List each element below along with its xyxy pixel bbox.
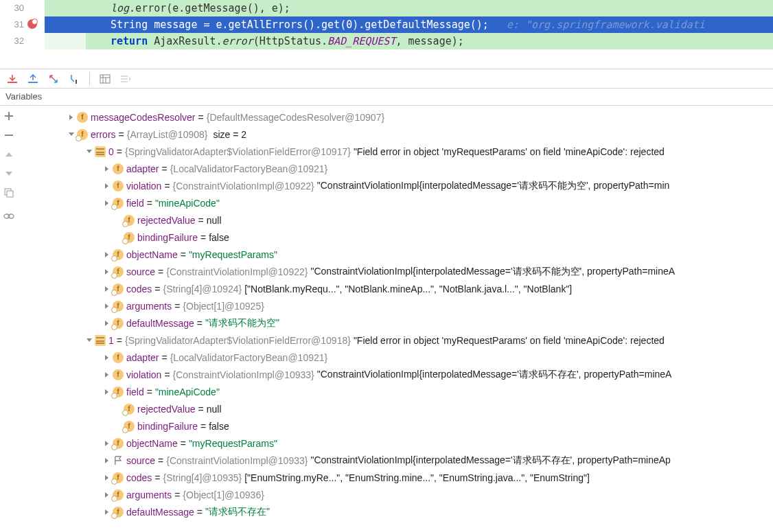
var-name: rejectedValue (137, 404, 196, 415)
toolbar-separator (89, 72, 90, 86)
code-line-32: 32 return AjaxResult.error(HttpStatus.BA… (0, 33, 773, 49)
var-name: adapter (126, 163, 159, 174)
expand-icon[interactable] (102, 455, 113, 466)
code-token: (HttpStatus. (253, 35, 327, 47)
tree-node[interactable]: farguments={Object[1]@10925} (18, 297, 773, 314)
step-out-icon[interactable] (26, 72, 40, 86)
tree-node[interactable]: fsource={ConstraintViolationImpl@10922}"… (18, 263, 773, 280)
code-token: , message); (395, 35, 463, 47)
step-into-icon[interactable] (5, 72, 19, 86)
var-extra: "ConstraintViolationImpl{interpolatedMes… (310, 454, 670, 467)
tree-node[interactable]: f errors={ArrayList@10908}size = 2 (18, 126, 773, 143)
svg-point-10 (8, 214, 14, 218)
editor-blank (0, 49, 773, 69)
tree-node[interactable]: 1={SpringValidatorAdapter$ViolationField… (18, 332, 773, 349)
var-name: field (126, 198, 144, 209)
var-value: null (207, 215, 222, 226)
collapse-icon[interactable] (84, 146, 95, 157)
svg-rect-1 (28, 82, 38, 83)
var-value: "mineApiCode" (155, 386, 220, 397)
copy-icon[interactable] (3, 187, 15, 199)
var-value: {DefaultMessageCodesResolver@10907} (207, 112, 384, 123)
var-value: "mineApiCode" (155, 198, 220, 209)
field-icon: f (113, 369, 124, 380)
svg-rect-0 (8, 82, 17, 83)
expand-icon[interactable] (66, 112, 77, 123)
tree-node[interactable]: frejectedValue=null (18, 400, 773, 417)
var-name: violation (126, 181, 161, 192)
field-icon: f (113, 438, 124, 449)
variables-tree[interactable]: f messageCodesResolver={DefaultMessageCo… (18, 106, 773, 531)
expand-icon[interactable] (102, 181, 113, 192)
var-name: arguments (126, 301, 172, 312)
tree-node[interactable]: fviolation={ConstraintViolationImpl@1093… (18, 366, 773, 383)
tree-node[interactable]: fadapter={LocalValidatorFactoryBean@1092… (18, 160, 773, 177)
line-number: 31 (0, 16, 45, 33)
field-icon: f (113, 489, 124, 500)
tree-node[interactable]: source={ConstraintViolationImpl@10933}"C… (18, 452, 773, 469)
var-extra: "ConstraintViolationImpl{interpolatedMes… (317, 180, 670, 192)
tree-node[interactable]: ffield="mineApiCode" (18, 194, 773, 211)
var-extra: ["NotBlank.myRequ...", "NotBlank.mineAp.… (244, 284, 572, 294)
var-extra: "ConstraintViolationImpl{interpolatedMes… (317, 369, 672, 381)
var-value: {SpringValidatorAdapter$ViolationFieldEr… (125, 335, 351, 346)
var-value: {LocalValidatorFactoryBean@10921} (170, 163, 328, 174)
variables-side-gutter (0, 106, 18, 531)
remove-watch-icon[interactable] (3, 129, 15, 141)
tree-node[interactable]: farguments={Object[1]@10936} (18, 486, 773, 503)
flag-icon (113, 455, 124, 466)
evaluate-expression-icon[interactable] (98, 72, 112, 86)
reset-frame-icon[interactable] (47, 72, 60, 86)
var-value: {ConstraintViolationImpl@10922} (166, 266, 308, 277)
tree-node[interactable]: 0={SpringValidatorAdapter$ViolationField… (18, 143, 773, 160)
trace-current-stream-icon[interactable] (119, 72, 132, 86)
run-to-cursor-icon[interactable] (67, 72, 81, 86)
expand-icon[interactable] (102, 163, 113, 174)
var-value: {String[4]@10924} (163, 284, 242, 294)
var-value: null (207, 404, 222, 415)
var-extra: ["EnumString.myRe...", "EnumString.mine.… (244, 472, 590, 483)
var-value: "myRequestParams" (189, 438, 277, 449)
code-line-31: 31 String message = e.getAllErrors().get… (0, 16, 773, 33)
tree-node[interactable]: fviolation={ConstraintViolationImpl@1092… (18, 177, 773, 194)
expand-icon[interactable] (102, 369, 113, 380)
tree-node[interactable]: f messageCodesResolver={DefaultMessageCo… (18, 108, 773, 126)
var-value: false (209, 421, 229, 432)
tree-node[interactable]: fobjectName="myRequestParams" (18, 435, 773, 452)
field-icon: f (124, 215, 135, 226)
var-value: "请求码不能为空" (205, 317, 279, 329)
field-icon: f (113, 249, 124, 260)
field-icon: f (113, 284, 124, 294)
field-icon: f (113, 318, 124, 329)
var-name: messageCodesResolver (91, 112, 196, 123)
expand-icon[interactable] (102, 352, 113, 363)
tree-node[interactable]: fbindingFailure=false (18, 417, 773, 435)
svg-rect-5 (121, 78, 128, 80)
link-icon[interactable] (3, 210, 15, 222)
collapse-icon[interactable] (84, 335, 95, 346)
var-value: {String[4]@10935} (163, 472, 242, 483)
tree-node[interactable]: ffield="mineApiCode" (18, 383, 773, 400)
var-name: source (126, 266, 155, 277)
code-editor[interactable]: 30 log.error(e.getMessage(), e); 31 Stri… (0, 0, 773, 69)
var-name: 0 (108, 146, 114, 157)
element-icon (95, 335, 106, 346)
tree-node[interactable]: fdefaultMessage="请求码不存在" (18, 503, 773, 520)
tree-node[interactable]: fobjectName="myRequestParams" (18, 246, 773, 263)
tree-node[interactable]: fdefaultMessage="请求码不能为空" (18, 314, 773, 332)
add-watch-icon[interactable] (3, 110, 15, 122)
breakpoint-icon[interactable] (27, 19, 37, 29)
tree-node[interactable]: fbindingFailure=false (18, 229, 773, 246)
var-name: bindingFailure (137, 232, 198, 243)
var-value: {SpringValidatorAdapter$ViolationFieldEr… (125, 146, 351, 157)
line-number: 32 (0, 33, 45, 49)
tree-node[interactable]: frejectedValue=null (18, 211, 773, 229)
var-extra: "ConstraintViolationImpl{interpolatedMes… (310, 266, 675, 278)
tree-node[interactable]: fcodes={String[4]@10935}["EnumString.myR… (18, 469, 773, 486)
tree-node[interactable]: fadapter={LocalValidatorFactoryBean@1092… (18, 349, 773, 366)
field-icon: f (124, 404, 135, 415)
move-up-icon[interactable] (3, 148, 15, 161)
var-name: arguments (126, 489, 172, 500)
move-down-icon[interactable] (3, 167, 15, 180)
tree-node[interactable]: fcodes={String[4]@10924}["NotBlank.myReq… (18, 280, 773, 297)
